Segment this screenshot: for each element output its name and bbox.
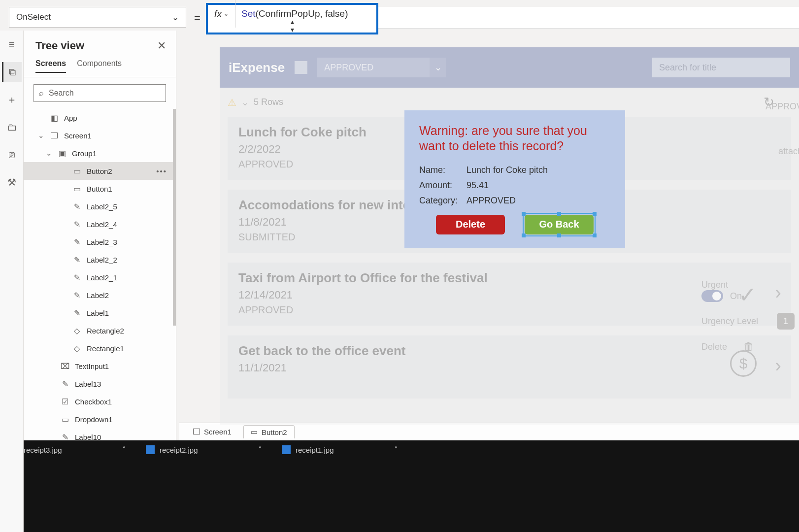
- taskbar-item[interactable]: receipt3.jpg˄: [10, 445, 126, 454]
- chevron-up-icon[interactable]: ˄: [394, 445, 398, 454]
- tree-item-app[interactable]: App: [24, 109, 176, 127]
- label-icon: [72, 237, 82, 247]
- image-icon: [146, 445, 155, 454]
- tree-item[interactable]: Button1: [24, 180, 176, 198]
- formula-function: Set: [241, 8, 256, 19]
- label-icon: [72, 308, 82, 318]
- tree-item[interactable]: Label2_1: [24, 268, 176, 286]
- rows-count: 5 Rows: [254, 97, 283, 107]
- tree-item-label: Label2_4: [87, 220, 117, 229]
- formula-bar-extension: [378, 7, 799, 29]
- group-icon: [57, 148, 67, 158]
- tree-item[interactable]: Rectangle1: [24, 339, 176, 357]
- tree-item[interactable]: Button2•••: [24, 162, 176, 180]
- tree-item-label: Label1: [87, 309, 109, 317]
- tree-view-title: Tree view: [35, 39, 84, 52]
- close-icon[interactable]: ✕: [157, 39, 166, 52]
- chevron-down-icon[interactable]: ⌄: [241, 97, 249, 108]
- status-badge: APPROVED: [701, 101, 799, 112]
- tree-item-label: Label2_5: [87, 202, 117, 211]
- tree-view-icon[interactable]: ⧉: [2, 62, 22, 82]
- resize-handle-icon[interactable]: ▴▾: [291, 18, 294, 33]
- popup-amount-key: Amount:: [419, 180, 466, 191]
- chevron-down-icon[interactable]: ⌄: [45, 149, 52, 158]
- insert-icon[interactable]: ＋: [2, 90, 22, 109]
- tree-item-label: Label2_2: [87, 256, 117, 264]
- urgent-toggle[interactable]: [701, 290, 723, 302]
- card-date: 11/1/2021: [238, 362, 780, 374]
- formula-body: (ConfirmPopUp, false): [256, 8, 348, 19]
- formula-input[interactable]: Set(ConfirmPopUp, false): [235, 8, 376, 20]
- taskbar: receipt3.jpg˄ receipt2.jpg˄ receipt1.jpg…: [0, 440, 799, 532]
- trash-icon[interactable]: 🗑: [743, 340, 754, 353]
- tree-item-label: Rectangle2: [87, 327, 124, 335]
- tree-item[interactable]: Label2_4: [24, 215, 176, 233]
- chevron-up-icon[interactable]: ˄: [122, 445, 126, 454]
- tree-item-label: Button1: [87, 185, 112, 193]
- text-icon: [60, 361, 70, 371]
- data-icon[interactable]: 🗀: [2, 117, 22, 137]
- tree-item-group[interactable]: ⌄Group1: [24, 144, 176, 162]
- button-icon: [72, 184, 82, 194]
- tree-item-label: TextInput1: [75, 362, 109, 370]
- media-icon[interactable]: ⎚: [2, 145, 22, 165]
- taskbar-item[interactable]: receipt1.jpg˄: [282, 445, 398, 454]
- image-icon: [282, 445, 291, 454]
- tree-item[interactable]: Label13: [24, 375, 176, 393]
- chevron-up-icon[interactable]: ˄: [258, 445, 262, 454]
- tools-icon[interactable]: ⚒: [2, 172, 22, 192]
- go-back-button[interactable]: Go Back: [525, 215, 594, 234]
- tab-screens[interactable]: Screens: [35, 59, 66, 73]
- tree-item[interactable]: Rectangle2: [24, 322, 176, 339]
- tree-item[interactable]: TextInput1: [24, 357, 176, 375]
- hamburger-icon[interactable]: ≡: [2, 34, 22, 54]
- header-checkbox[interactable]: [295, 61, 307, 74]
- more-icon[interactable]: •••: [156, 167, 167, 175]
- tree-item[interactable]: Dropdown1: [24, 410, 176, 428]
- drop-icon: [60, 414, 70, 424]
- bottom-tab-screen[interactable]: Screen1: [186, 426, 238, 438]
- brand-label: iExpense: [229, 60, 285, 75]
- tree-item-screen[interactable]: ⌄Screen1: [24, 127, 176, 144]
- tree-item[interactable]: Label2_5: [24, 198, 176, 215]
- tree-search-input[interactable]: ⌕ Search: [33, 84, 166, 102]
- tree-item[interactable]: Label2_2: [24, 251, 176, 268]
- tree-item-label: Label10: [75, 433, 101, 441]
- delete-button[interactable]: Delete: [436, 215, 505, 234]
- chevron-down-icon: ⌄: [224, 10, 229, 17]
- chevron-down-icon[interactable]: ⌄: [37, 131, 44, 140]
- taskbar-item[interactable]: receipt2.jpg˄: [146, 445, 262, 454]
- tree-item[interactable]: Label2_3: [24, 233, 176, 251]
- app-icon: [49, 113, 59, 123]
- card-date: 12/14/2021: [238, 289, 780, 301]
- tree-item-label: Label2: [87, 291, 109, 299]
- tree-item[interactable]: Label2: [24, 286, 176, 304]
- tree-item[interactable]: Label1: [24, 304, 176, 322]
- screen-icon: [49, 131, 59, 140]
- formula-bar[interactable]: fx⌄ Set(ConfirmPopUp, false) ▴▾: [206, 3, 378, 34]
- urgency-badge[interactable]: 1: [777, 313, 795, 330]
- bottom-tab-button[interactable]: Button2: [243, 425, 295, 438]
- chevron-down-icon: ⌄: [430, 58, 446, 77]
- app-header: iExpense APPROVED⌄ Search for title: [220, 47, 799, 88]
- tree-list: App ⌄Screen1 ⌄Group1 Button2•••Button1La…: [24, 109, 176, 464]
- details-panel: APPROVED attached. Urgent On Urgency Lev…: [701, 101, 799, 364]
- tree-item[interactable]: Checkbox1: [24, 393, 176, 410]
- warning-icon: ⚠: [228, 97, 236, 108]
- card-title: Get back to the office event: [238, 343, 780, 359]
- button-icon: [72, 166, 82, 176]
- tree-item-label: Label13: [75, 380, 101, 388]
- card-status: APPROVED: [238, 304, 780, 316]
- chevron-down-icon: ⌄: [172, 12, 179, 23]
- tree-item-label: App: [64, 114, 77, 122]
- urgency-label: Urgency Level: [701, 316, 758, 327]
- scrollbar[interactable]: [173, 109, 176, 326]
- filter-dropdown[interactable]: APPROVED⌄: [317, 58, 446, 77]
- search-input[interactable]: Search for title: [652, 58, 790, 77]
- tab-components[interactable]: Components: [77, 59, 122, 73]
- property-dropdown[interactable]: OnSelect ⌄: [9, 7, 186, 28]
- label-icon: [72, 290, 82, 300]
- toggle-on-label: On: [730, 291, 742, 301]
- delete-label: Delete: [701, 342, 727, 352]
- fx-button[interactable]: fx⌄: [208, 0, 235, 28]
